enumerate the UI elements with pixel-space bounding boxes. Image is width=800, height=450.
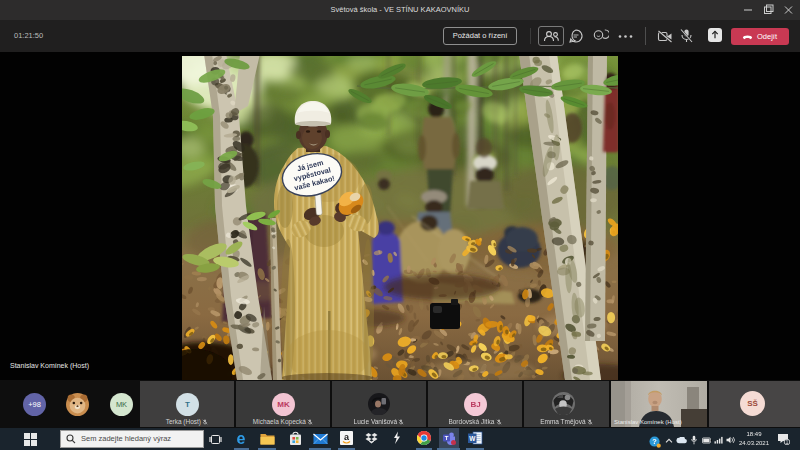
svg-text:Stanislav Komínek (Host): Stanislav Komínek (Host)	[614, 419, 682, 425]
svg-text:T: T	[445, 435, 449, 441]
svg-text:W: W	[469, 435, 476, 442]
svg-text:?: ?	[652, 437, 657, 446]
